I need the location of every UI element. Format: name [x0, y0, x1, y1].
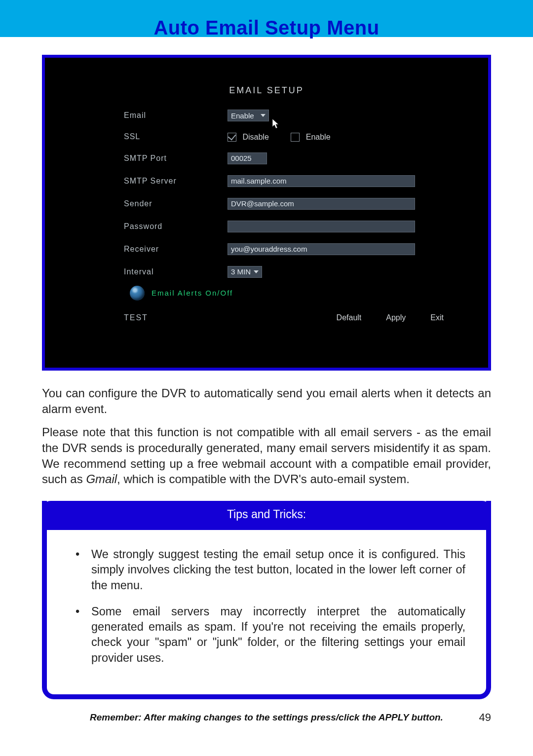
globe-icon	[130, 286, 145, 301]
label-smtp-port: SMTP Port	[124, 154, 228, 163]
dvr-screenshot: EMAIL SETUP Email Enable SSL Disable Ena…	[42, 55, 491, 371]
label-smtp-server: SMTP Server	[124, 177, 228, 186]
interval-value: 3 MIN	[231, 267, 251, 276]
tip-item: Some email servers may incorrectly inter…	[73, 604, 465, 666]
page-title-bar: Auto Email Setup Menu	[0, 0, 533, 37]
default-button[interactable]: Default	[337, 313, 362, 322]
chevron-down-icon	[254, 270, 259, 273]
footer-reminder: Remember: After making changes to the se…	[67, 712, 466, 723]
tips-header: Tips and Tricks:	[42, 501, 491, 530]
screenshot-title: EMAIL SETUP	[60, 85, 473, 96]
exit-button[interactable]: Exit	[430, 313, 444, 322]
chevron-down-icon	[261, 114, 266, 117]
row-email-alerts: Email Alerts On/Off	[130, 286, 444, 301]
sender-input[interactable]: DVR@sample.com	[228, 198, 415, 210]
label-email: Email	[124, 111, 228, 120]
body-text: You can configure the DVR to automatical…	[42, 385, 491, 487]
email-dropdown[interactable]: Enable	[228, 110, 269, 121]
row-receiver: Receiver you@youraddress.com	[124, 243, 444, 255]
label-ssl: SSL	[124, 132, 228, 141]
ssl-disable-label: Disable	[242, 133, 268, 141]
row-ssl: SSL Disable Enable	[124, 132, 444, 142]
label-password: Password	[124, 222, 228, 231]
row-smtp-server: SMTP Server mail.sample.com	[124, 175, 444, 187]
row-interval: Interval 3 MIN	[124, 266, 444, 278]
tips-box: Tips and Tricks: We strongly suggest tes…	[42, 501, 491, 699]
tip-item: We strongly suggest testing the email se…	[73, 547, 465, 593]
tips-list: We strongly suggest testing the email se…	[47, 530, 486, 666]
email-alerts-link[interactable]: Email Alerts On/Off	[152, 289, 233, 297]
label-sender: Sender	[124, 199, 228, 208]
ssl-enable-label: Enable	[306, 133, 331, 141]
row-email: Email Enable	[124, 110, 444, 121]
smtp-port-input[interactable]: 00025	[228, 152, 267, 164]
password-input[interactable]	[228, 221, 415, 232]
page-number: 49	[466, 711, 491, 724]
label-receiver: Receiver	[124, 245, 228, 254]
paragraph-1: You can configure the DVR to automatical…	[42, 385, 491, 416]
email-dropdown-value: Enable	[231, 112, 254, 120]
smtp-server-input[interactable]: mail.sample.com	[228, 175, 415, 187]
page-footer: Remember: After making changes to the se…	[42, 711, 491, 724]
row-sender: Sender DVR@sample.com	[124, 198, 444, 210]
interval-dropdown[interactable]: 3 MIN	[228, 266, 262, 278]
ssl-enable-checkbox[interactable]	[291, 133, 300, 142]
row-smtp-port: SMTP Port 00025	[124, 152, 444, 164]
paragraph-2: Please note that this function is not co…	[42, 424, 491, 487]
row-bottom-buttons: TEST Default Apply Exit	[124, 313, 444, 322]
ssl-disable-checkbox[interactable]	[228, 133, 236, 142]
row-password: Password	[124, 221, 444, 232]
test-button[interactable]: TEST	[124, 313, 228, 322]
apply-button[interactable]: Apply	[386, 313, 406, 322]
label-interval: Interval	[124, 267, 228, 276]
receiver-input[interactable]: you@youraddress.com	[228, 243, 415, 255]
page-title: Auto Email Setup Menu	[153, 17, 379, 39]
